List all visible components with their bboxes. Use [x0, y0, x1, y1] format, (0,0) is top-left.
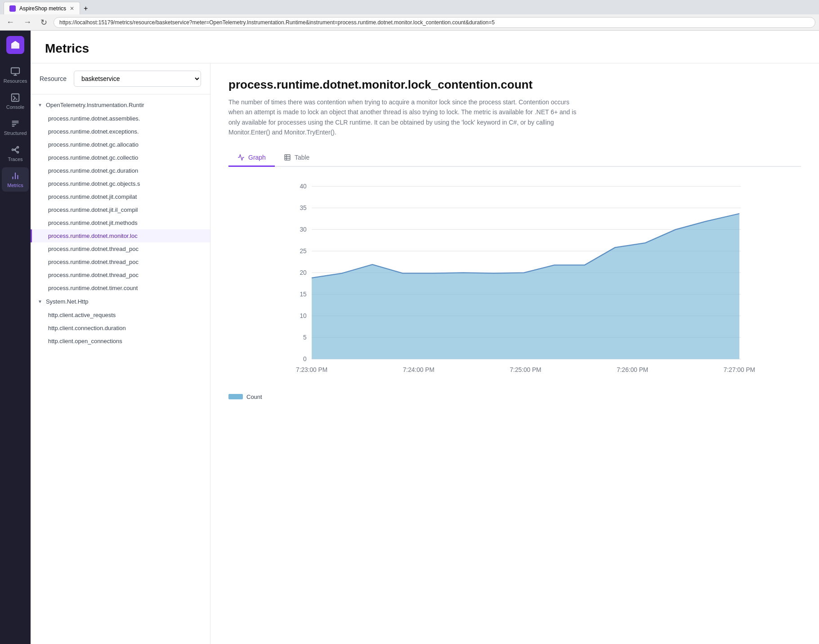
tree-item-jit-il-compil[interactable]: process.runtime.dotnet.jit.il_compil	[31, 203, 210, 216]
tree-item-open-connections[interactable]: http.client.open_connections	[31, 335, 210, 348]
right-panel: process.runtime.dotnet.monitor.lock_cont…	[210, 63, 819, 644]
svg-text:20: 20	[300, 269, 307, 276]
tree-item-gc-duration[interactable]: process.runtime.dotnet.gc.duration	[31, 164, 210, 177]
sidebar-item-traces[interactable]: Traces	[2, 141, 29, 165]
svg-text:40: 40	[300, 183, 307, 190]
table-icon	[284, 154, 291, 161]
resource-select[interactable]: basketservicecatalogservicefrontend	[74, 71, 201, 87]
tree-item-thread-pool1[interactable]: process.runtime.dotnet.thread_poc	[31, 242, 210, 255]
tree-group-opentelemetry: ▼ OpenTelemetry.Instrumentation.Runtir p…	[31, 98, 210, 295]
graph-icon	[237, 154, 245, 161]
reload-button[interactable]: ↻	[38, 17, 50, 28]
svg-text:10: 10	[300, 313, 307, 319]
content-area: Resource basketservicecatalogservicefron…	[31, 63, 819, 644]
sidebar-label-resources: Resources	[4, 78, 27, 84]
tree-group-header-opentelemetry[interactable]: ▼ OpenTelemetry.Instrumentation.Runtir	[31, 98, 210, 112]
svg-text:7:27:00 PM: 7:27:00 PM	[724, 367, 755, 373]
new-tab-button[interactable]: +	[80, 3, 91, 14]
nav-controls: ← → ↻	[4, 17, 50, 28]
tab-close-button[interactable]: ✕	[70, 5, 74, 12]
svg-text:7:26:00 PM: 7:26:00 PM	[617, 367, 648, 373]
chart-legend: Count	[228, 394, 801, 400]
chevron-down-icon-2: ▼	[38, 299, 42, 304]
chart-svg: .grid-line { stroke: #e5e7eb; stroke-wid…	[228, 174, 801, 390]
tree-item-gc-objects[interactable]: process.runtime.dotnet.gc.objects.s	[31, 177, 210, 190]
svg-rect-7	[285, 155, 290, 160]
tree-group-header-system-net[interactable]: ▼ System.Net.Http	[31, 295, 210, 309]
svg-point-4	[12, 149, 14, 151]
tree-item-active-requests[interactable]: http.client.active_requests	[31, 309, 210, 322]
tree-item-connection-duration[interactable]: http.client.connection.duration	[31, 322, 210, 335]
svg-text:5: 5	[303, 334, 307, 341]
sidebar-item-structured[interactable]: Structured	[2, 115, 29, 139]
metric-title: process.runtime.dotnet.monitor.lock_cont…	[228, 78, 801, 92]
page-header: Metrics	[31, 31, 819, 63]
sidebar-item-metrics[interactable]: Metrics	[2, 167, 29, 192]
back-button[interactable]: ←	[4, 17, 17, 28]
tree-item-exceptions[interactable]: process.runtime.dotnet.exceptions.	[31, 125, 210, 138]
sidebar-label-traces: Traces	[8, 157, 22, 162]
tree-item-timer-count[interactable]: process.runtime.dotnet.timer.count	[31, 282, 210, 295]
tree-group-label-system-net: System.Net.Http	[46, 298, 89, 305]
tab-graph[interactable]: Graph	[228, 150, 275, 167]
tab-graph-label: Graph	[248, 154, 266, 161]
app-logo	[6, 36, 24, 54]
tree-group-system-net: ▼ System.Net.Http http.client.active_req…	[31, 295, 210, 348]
chart-area-fill	[312, 214, 739, 359]
tree-item-assemblies[interactable]: process.runtime.dotnet.assemblies.	[31, 112, 210, 125]
tree-item-jit-methods[interactable]: process.runtime.dotnet.jit.methods	[31, 216, 210, 229]
tree-item-jit-compilat[interactable]: process.runtime.dotnet.jit.compilat	[31, 190, 210, 203]
sidebar: Resources Console Structured Traces	[0, 31, 31, 644]
browser-nav-bar: ← → ↻	[0, 14, 819, 31]
svg-text:7:25:00 PM: 7:25:00 PM	[510, 367, 541, 373]
svg-rect-2	[11, 68, 19, 74]
legend-label-count: Count	[246, 394, 262, 400]
tree-item-monitor-lock[interactable]: process.runtime.dotnet.monitor.loc	[31, 229, 210, 242]
tree-item-thread-pool3[interactable]: process.runtime.dotnet.thread_poc	[31, 268, 210, 282]
sidebar-item-resources[interactable]: Resources	[2, 63, 29, 87]
tab-favicon	[9, 5, 16, 12]
tab-table[interactable]: Table	[275, 150, 318, 167]
svg-text:7:24:00 PM: 7:24:00 PM	[403, 367, 434, 373]
main-content: Metrics Resource basketservicecatalogser…	[31, 31, 819, 644]
page-title: Metrics	[45, 41, 805, 56]
tree-item-gc-allocation[interactable]: process.runtime.dotnet.gc.allocatio	[31, 138, 210, 151]
sidebar-label-metrics: Metrics	[7, 183, 23, 188]
sidebar-label-console: Console	[6, 104, 24, 110]
sidebar-item-console[interactable]: Console	[2, 89, 29, 113]
metrics-tree: ▼ OpenTelemetry.Instrumentation.Runtir p…	[31, 94, 210, 351]
tab-table-label: Table	[295, 154, 309, 161]
url-bar[interactable]	[54, 17, 815, 28]
svg-text:0: 0	[303, 356, 307, 362]
forward-button[interactable]: →	[21, 17, 34, 28]
svg-point-5	[17, 147, 19, 148]
tree-item-gc-collections[interactable]: process.runtime.dotnet.gc.collectio	[31, 151, 210, 164]
app-container: Resources Console Structured Traces	[0, 31, 819, 644]
resource-label: Resource	[40, 75, 67, 82]
browser-tab[interactable]: AspireShop metrics ✕	[4, 2, 80, 14]
tab-bar: AspireShop metrics ✕ +	[0, 0, 819, 14]
metric-description: The number of times there was contention…	[228, 97, 579, 138]
svg-point-6	[17, 152, 19, 153]
svg-text:25: 25	[300, 248, 307, 255]
svg-text:35: 35	[300, 205, 307, 211]
left-panel: Resource basketservicecatalogservicefron…	[31, 63, 210, 644]
legend-color-count	[228, 394, 243, 399]
chevron-down-icon: ▼	[38, 103, 42, 107]
chart-tabs: Graph Table	[228, 150, 801, 167]
tree-group-label-opentelemetry: OpenTelemetry.Instrumentation.Runtir	[46, 102, 144, 108]
tab-title: AspireShop metrics	[19, 5, 66, 12]
tree-item-thread-pool2[interactable]: process.runtime.dotnet.thread_poc	[31, 255, 210, 268]
resource-selector: Resource basketservicecatalogservicefron…	[31, 63, 210, 94]
svg-text:7:23:00 PM: 7:23:00 PM	[296, 367, 327, 373]
svg-text:15: 15	[300, 291, 307, 298]
chart-container: .grid-line { stroke: #e5e7eb; stroke-wid…	[228, 174, 801, 390]
svg-text:30: 30	[300, 226, 307, 233]
sidebar-label-structured: Structured	[4, 130, 27, 136]
